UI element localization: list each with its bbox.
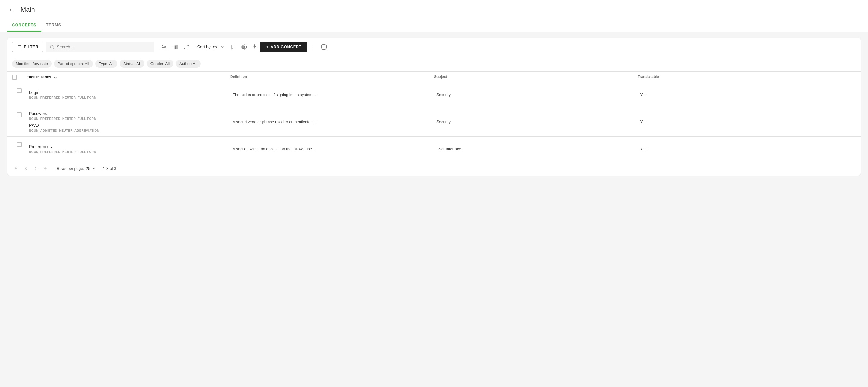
- col-definition-header: Definition: [230, 75, 434, 79]
- font-size-icon[interactable]: Aa: [159, 43, 168, 51]
- expand-icon[interactable]: [182, 42, 191, 52]
- sort-arrows-icon[interactable]: [250, 42, 259, 52]
- rows-per-page-value: 25: [86, 166, 90, 171]
- chevron-down-icon: [220, 44, 224, 50]
- filter-button[interactable]: FILTER: [12, 42, 43, 52]
- next-page-button[interactable]: [31, 164, 40, 172]
- svg-line-8: [187, 45, 189, 46]
- term-tags-preferences: NOUN PREFERRED NEUTER FULL FORM: [29, 150, 228, 154]
- table-body: Login NOUN PREFERRED NEUTER FULL FORM Th…: [7, 83, 861, 161]
- svg-line-4: [53, 47, 54, 49]
- tab-concepts[interactable]: CONCEPTS: [7, 19, 41, 32]
- toolbar: FILTER Aa: [7, 38, 861, 56]
- filter-chip-author[interactable]: Author: All: [176, 60, 201, 68]
- col-english-terms-label: English Terms: [27, 75, 51, 79]
- filter-label: FILTER: [24, 44, 38, 49]
- page-count: 1-3 of 3: [103, 166, 116, 171]
- term-cell-password[interactable]: Password NOUN PREFERRED NEUTER FULL FORM…: [27, 107, 230, 136]
- tag-admitted-pwd: ADMITTED: [40, 129, 57, 132]
- tag-noun-login: NOUN: [29, 96, 38, 99]
- first-page-button[interactable]: [12, 164, 21, 172]
- svg-point-3: [50, 45, 53, 48]
- tag-preferred-login: PREFERRED: [40, 96, 61, 99]
- table-row: Password NOUN PREFERRED NEUTER FULL FORM…: [7, 107, 861, 137]
- pagination-controls: [12, 164, 50, 172]
- content-card: FILTER Aa: [7, 38, 861, 175]
- chevron-down-rows-icon: [92, 166, 96, 170]
- row-checkbox-password[interactable]: [17, 112, 22, 117]
- filter-chip-modified[interactable]: Modified: Any date: [12, 60, 52, 68]
- sort-down-icon: [53, 75, 57, 79]
- select-all-checkbox[interactable]: [12, 75, 17, 79]
- add-icon: +: [266, 44, 269, 49]
- term-cell-login[interactable]: Login NOUN PREFERRED NEUTER FULL FORM: [27, 83, 230, 107]
- sort-dropdown[interactable]: Sort by text: [193, 42, 228, 52]
- more-options-icon[interactable]: ⋮: [309, 42, 318, 52]
- svg-rect-7: [176, 45, 177, 49]
- page-title: Main: [21, 6, 35, 13]
- term-name-preferences: Preferences: [29, 144, 228, 149]
- subject-cell-login: Security: [434, 83, 638, 107]
- chart-icon[interactable]: [170, 42, 180, 52]
- table-header: English Terms Definition Subject Transla…: [7, 72, 861, 83]
- tag-preferred-password: PREFERRED: [40, 117, 61, 121]
- table-row: Preferences NOUN PREFERRED NEUTER FULL F…: [7, 137, 861, 161]
- search-box: [46, 42, 154, 52]
- definition-cell-login: The action or process of signing into a …: [230, 83, 434, 107]
- term-tags-pwd: NOUN ADMITTED NEUTER ABBREVIATION: [29, 129, 228, 132]
- subject-cell-password: Security: [434, 107, 638, 136]
- back-button[interactable]: ←: [7, 5, 16, 14]
- col-actions-header: [841, 75, 856, 79]
- tag-fullform-password: FULL FORM: [78, 117, 97, 121]
- filter-chip-gender[interactable]: Gender: All: [147, 60, 173, 68]
- tag-noun-password: NOUN: [29, 117, 38, 121]
- definition-cell-password: A secret word or phrase used to authenti…: [230, 107, 434, 136]
- search-icon: [50, 44, 54, 50]
- svg-rect-5: [173, 47, 174, 49]
- term-cell-preferences[interactable]: Preferences NOUN PREFERRED NEUTER FULL F…: [27, 137, 230, 161]
- col-subject-header: Subject: [434, 75, 638, 79]
- row-checkbox-preferences[interactable]: [17, 142, 22, 147]
- row-checkbox-cell-password: [12, 107, 27, 136]
- filters-row: Modified: Any date Part of speech: All T…: [7, 56, 861, 72]
- sort-label: Sort by text: [197, 44, 218, 50]
- translatable-cell-login: Yes: [638, 83, 841, 107]
- prev-page-button[interactable]: [22, 164, 30, 172]
- comment-icon[interactable]: [229, 42, 239, 52]
- col-translatable-header: Translatable: [638, 75, 841, 79]
- svg-line-9: [185, 47, 186, 49]
- filter-chip-status[interactable]: Status: All: [120, 60, 144, 68]
- tab-terms[interactable]: TERMS: [41, 19, 66, 32]
- tag-neuter-pwd: NEUTER: [59, 129, 73, 132]
- svg-rect-6: [175, 46, 176, 49]
- term-name-login: Login: [29, 90, 228, 95]
- add-concept-label: ADD CONCEPT: [270, 44, 301, 49]
- toolbar-right: Sort by text: [193, 41, 329, 52]
- search-input[interactable]: [57, 44, 150, 50]
- tag-noun-pwd: NOUN: [29, 129, 38, 132]
- rows-per-page-label: Rows per page:: [57, 166, 84, 171]
- tag-fullform-preferences: FULL FORM: [78, 150, 97, 154]
- main-content: FILTER Aa: [0, 32, 868, 182]
- tag-preferred-preferences: PREFERRED: [40, 150, 61, 154]
- tag-neuter-preferences: NEUTER: [62, 150, 76, 154]
- last-page-button[interactable]: [41, 164, 50, 172]
- tabs-bar: CONCEPTS TERMS: [0, 19, 868, 32]
- actions-cell-password: [841, 107, 856, 136]
- filter-chip-pos[interactable]: Part of speech: All: [54, 60, 93, 68]
- term-name-password: Password: [29, 111, 228, 116]
- row-checkbox-login[interactable]: [17, 88, 22, 93]
- translatable-cell-preferences: Yes: [638, 137, 841, 161]
- add-circle-icon[interactable]: [319, 42, 329, 52]
- toolbar-icons: Aa: [159, 42, 191, 52]
- settings-icon[interactable]: [240, 42, 249, 52]
- tag-fullform-login: FULL FORM: [78, 96, 97, 99]
- add-concept-button[interactable]: + ADD CONCEPT: [260, 41, 307, 52]
- subject-cell-preferences: User Interface: [434, 137, 638, 161]
- rows-per-page-select[interactable]: 25: [86, 166, 96, 171]
- col-english-terms[interactable]: English Terms: [27, 75, 230, 79]
- term-name-pwd: PWD: [29, 123, 228, 128]
- svg-point-10: [244, 46, 245, 47]
- filter-chip-type[interactable]: Type: All: [95, 60, 117, 68]
- term-tags-password: NOUN PREFERRED NEUTER FULL FORM: [29, 117, 228, 121]
